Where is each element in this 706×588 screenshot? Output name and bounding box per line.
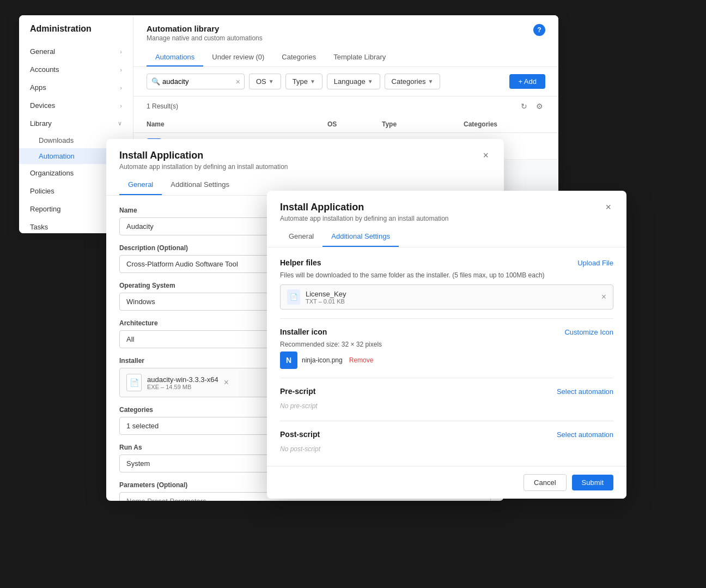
submit-button[interactable]: Submit [572,475,613,490]
chevron-right-icon: › [120,66,122,73]
divider-1 [280,318,613,319]
upload-file-button[interactable]: Upload File [577,259,613,267]
helper-files-header: Helper files Upload File [280,258,613,267]
file-info: audacity-win-3.3.3-x64 EXE – 14.59 MB [147,375,218,390]
post-script-header: Post-script Select automation [280,430,613,439]
sidebar-item-apps[interactable]: Apps › [19,78,133,96]
modal2-title-block: Install Application Automate app install… [280,202,449,222]
modal2-close-button[interactable]: × [603,202,613,213]
tab2-general[interactable]: General [280,227,322,247]
chevron-right-icon: › [120,49,122,55]
select-pre-script-button[interactable]: Select automation [557,387,613,396]
chevron-down-icon: ∨ [118,120,122,127]
pre-script-empty: No pre-script [280,400,613,412]
sidebar-item-general[interactable]: General › [19,43,133,60]
filter-bar: 🔍 × OS ▼ Type ▼ Language ▼ Categories ▼ … [133,67,558,96]
tab-under-review[interactable]: Under review (0) [203,49,273,66]
modal-title-block: Install Application Automate app install… [119,150,288,171]
table-header: Name OS Type Categories [133,116,558,133]
file-icon: 📄 [126,374,142,391]
helper-file-info: License_Key TXT – 0.01 KB [306,290,596,305]
search-icon: 🔍 [151,77,160,86]
modal2-header: Install Application Automate app install… [267,191,626,227]
search-input[interactable] [147,74,245,89]
icon-size-hint: Recommended size: 32 × 32 pixels [280,341,613,348]
customize-icon-button[interactable]: Customize Icon [564,328,613,336]
page-title: Automation library [147,24,263,33]
chevron-right-icon: › [120,84,122,91]
modal2-subtitle: Automate app installation by defining an… [280,215,449,222]
modal2-title: Install Application [280,202,449,213]
helper-file-name: License_Key [306,290,596,298]
icon-preview-name: ninja-icon.png [302,356,343,364]
caret-icon: ▼ [368,78,373,84]
refresh-icon[interactable]: ↻ [519,101,530,112]
help-icon[interactable]: ? [533,24,545,36]
icon-remove-link[interactable]: Remove [349,356,374,364]
pre-script-header: Pre-script Select automation [280,387,613,396]
modal-additional-settings: Install Application Automate app install… [267,191,626,499]
page-subtitle: Manage native and custom automations [147,34,263,42]
results-count: 1 Result(s) [147,102,178,110]
admin-title: Administration [19,24,133,43]
post-script-empty: No post-script [280,443,613,455]
helper-remove-button[interactable]: × [601,292,606,302]
helper-file-icon: 📄 [287,289,300,305]
type-filter[interactable]: Type ▼ [285,74,322,89]
close-button[interactable]: × [480,150,491,161]
caret-icon: ▼ [428,78,433,84]
remove-file-button[interactable]: × [224,378,229,387]
col-name: Name [147,120,327,128]
select-post-script-button[interactable]: Select automation [557,431,613,439]
tab-general[interactable]: General [119,175,162,195]
divider-2 [280,378,613,378]
file-name: audacity-win-3.3.3-x64 [147,375,218,384]
helper-files-title: Helper files [280,258,321,267]
installer-icon-title: Installer icon [280,328,327,336]
helper-file-item: 📄 License_Key TXT – 0.01 KB × [280,284,613,310]
caret-icon: ▼ [310,78,315,84]
modal2-footer: Cancel Submit [267,466,626,499]
modal-subtitle: Automate app installation by defining an… [119,163,288,171]
modal2-body: Helper files Upload File Files will be d… [267,247,626,466]
modal-header: Install Application Automate app install… [106,139,504,175]
helper-files-desc: Files will be downloaded to the same fol… [280,271,613,279]
search-wrapper: 🔍 × [147,74,245,89]
col-categories: Categories [464,120,545,128]
categories-filter[interactable]: Categories ▼ [385,74,441,89]
cancel-button[interactable]: Cancel [524,474,566,491]
chevron-right-icon: › [120,102,122,109]
tab-additional-settings[interactable]: Additional Settings [162,175,238,195]
post-script-title: Post-script [280,430,320,439]
pre-script-title: Pre-script [280,387,315,396]
tab2-additional-settings[interactable]: Additional Settings [322,227,399,247]
sidebar-item-library[interactable]: Library ∨ [19,114,133,132]
icon-preview-img: N [280,351,297,369]
col-os: OS [327,120,382,128]
settings-icon[interactable]: ⚙ [534,101,545,112]
file-size: EXE – 14.59 MB [147,384,218,390]
helper-file-size: TXT – 0.01 KB [306,298,596,305]
sidebar-item-devices[interactable]: Devices › [19,96,133,114]
modal2-tabs: General Additional Settings [267,227,626,247]
tab-template-library[interactable]: Template Library [325,49,394,66]
icon-preview: N ninja-icon.png Remove [280,351,613,369]
main-tabs: Automations Under review (0) Categories … [147,49,545,66]
results-bar: 1 Result(s) ↻ ⚙ [133,96,558,116]
tab-categories[interactable]: Categories [273,49,325,66]
installer-icon-header: Installer icon Customize Icon [280,328,613,336]
modal-title: Install Application [119,150,288,161]
col-type: Type [382,120,464,128]
results-actions: ↻ ⚙ [519,101,545,112]
os-filter[interactable]: OS ▼ [249,74,281,89]
tab-automations[interactable]: Automations [147,49,203,66]
main-header: Automation library Manage native and cus… [133,15,558,67]
caret-icon: ▼ [269,78,274,84]
add-button[interactable]: + Add [509,74,545,89]
clear-search-icon[interactable]: × [236,77,240,86]
sidebar-item-accounts[interactable]: Accounts › [19,60,133,78]
divider-3 [280,421,613,421]
language-filter[interactable]: Language ▼ [327,74,380,89]
